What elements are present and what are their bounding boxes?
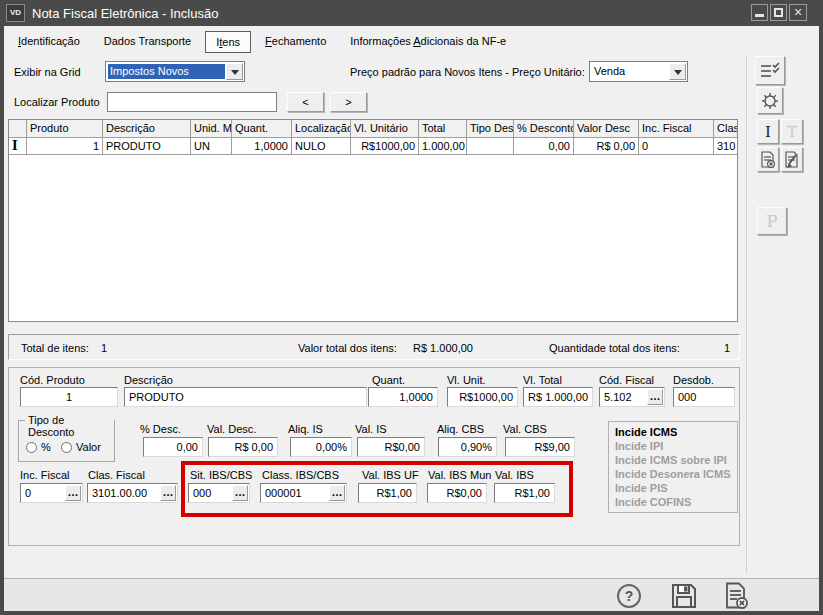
header-descricao[interactable]: Descrição (103, 120, 191, 138)
maximize-button[interactable] (770, 4, 787, 21)
window-title: Nota Fiscal Eletrônica - Inclusão (32, 6, 218, 21)
vl-total-label: Vl. Total (523, 374, 562, 386)
cell-produto[interactable]: 1 (27, 138, 103, 155)
document-delete-icon (760, 151, 776, 169)
clas-fiscal-lookup-button[interactable]: … (160, 485, 176, 501)
perc-desc-field[interactable]: 0,00 (143, 437, 203, 457)
sit-ibs-cbs-field[interactable]: 000 … (188, 483, 250, 503)
cell-total[interactable]: 1.000,00 (419, 138, 467, 155)
cell-tipo-des[interactable] (467, 138, 514, 155)
exibir-grid-select[interactable]: Impostos Novos (105, 61, 245, 82)
text-button: T (781, 119, 803, 144)
settings-button[interactable] (757, 87, 783, 114)
header-unid-me[interactable]: Unid. Me (191, 120, 232, 138)
cod-fiscal-field[interactable]: 5.102 … (599, 387, 665, 407)
aliq-cbs-field[interactable]: 0,90% (438, 437, 497, 457)
tab-dados-transporte[interactable]: Dados Transporte (94, 31, 201, 53)
clas-fiscal-field[interactable]: 3101.00.00 … (87, 483, 178, 503)
header-localizacao[interactable]: Localização (292, 120, 351, 138)
header-produto[interactable]: Produto (27, 120, 103, 138)
chevron-down-icon[interactable] (669, 63, 686, 80)
close-button[interactable]: × (789, 4, 807, 21)
inc-fiscal-lookup-button[interactable]: … (65, 485, 81, 501)
close-icon: × (794, 4, 802, 20)
header-inc-fiscal[interactable]: Inc. Fiscal (639, 120, 714, 138)
val-ibs-uf-label: Val. IBS UF (362, 469, 419, 481)
desconto-valor-radio[interactable] (61, 442, 72, 453)
cell-localizacao[interactable]: NULO (292, 138, 351, 155)
header-vl-unitario[interactable]: Vl. Unitário (351, 120, 419, 138)
val-ibs-mun-label: Val. IBS Mun (428, 469, 491, 481)
class-ibs-cbs-field[interactable]: 000001 … (260, 483, 347, 503)
localizar-produto-input[interactable] (107, 92, 277, 112)
cod-produto-field[interactable]: 1 (20, 387, 118, 407)
tipo-desconto-group: Tipo de Desconto % Valor (18, 420, 115, 462)
val-is-field[interactable]: R$0,00 (357, 437, 425, 457)
previous-button[interactable]: < (287, 92, 324, 112)
quantidade-total-label: Quantidade total dos itens: (549, 342, 680, 354)
class-ibs-cbs-label: Class. IBS/CBS (262, 469, 339, 481)
val-ibs-uf-field[interactable]: R$1,00 (358, 483, 417, 503)
preco-padrao-value: Venda (592, 64, 668, 79)
chevron-down-icon[interactable] (226, 63, 243, 80)
preco-padrao-label: Preço padrão para Novos Itens - Preço Un… (350, 66, 585, 78)
incide-panel: Incide ICMS Incide IPI Incide ICMS sobre… (608, 421, 738, 513)
header-valor-desc[interactable]: Valor Desc (574, 120, 639, 138)
header-tipo-des[interactable]: Tipo Des (467, 120, 514, 138)
descricao-field[interactable]: PRODUTO (124, 387, 367, 407)
quant-field[interactable]: 1,0000 (368, 387, 438, 407)
italic-button[interactable]: I (757, 119, 779, 144)
val-ibs-mun-field[interactable]: R$0,00 (427, 483, 487, 503)
aliq-cbs-label: Aliq. CBS (437, 423, 484, 435)
cell-descricao[interactable]: PRODUTO (103, 138, 191, 155)
incide-cofins: Incide COFINS (615, 495, 731, 509)
next-button[interactable]: > (330, 92, 367, 112)
sit-ibs-cbs-lookup-button[interactable]: … (232, 485, 248, 501)
preco-padrao-select[interactable]: Venda (589, 61, 688, 82)
header-perc-desconto[interactable]: % Desconto (514, 120, 574, 138)
help-button[interactable]: ? (617, 584, 641, 608)
header-row-marker (9, 120, 27, 138)
items-grid[interactable]: Produto Descrição Unid. Me Quant. Locali… (8, 119, 738, 322)
desconto-percent-radio[interactable] (26, 442, 37, 453)
delete-item-button[interactable] (757, 147, 779, 172)
desdob-label: Desdob. (673, 374, 714, 386)
app-logo-icon: VD (6, 4, 25, 22)
tab-identificacao[interactable]: Identificação (8, 31, 90, 53)
tab-itens[interactable]: Itens (205, 31, 251, 53)
save-button[interactable] (671, 583, 697, 609)
edit-item-button[interactable] (781, 147, 803, 172)
document-edit-icon (784, 151, 800, 169)
inc-fiscal-field[interactable]: 0 … (20, 483, 83, 503)
val-cbs-label: Val. CBS (503, 423, 547, 435)
minimize-button[interactable] (751, 4, 768, 21)
cell-inc-fiscal[interactable]: 0 (639, 138, 714, 155)
vl-total-field[interactable]: R$ 1.000,00 (523, 387, 593, 407)
cell-vl-unitario[interactable]: R$1000,00 (351, 138, 419, 155)
quantidade-total-value: 1 (724, 342, 730, 354)
cell-unid-me[interactable]: UN (191, 138, 232, 155)
cell-perc-desconto[interactable]: 0,00 (514, 138, 574, 155)
clas-fiscal-label: Clas. Fiscal (88, 469, 145, 481)
cod-fiscal-lookup-button[interactable]: … (647, 389, 663, 405)
header-quant[interactable]: Quant. (232, 120, 292, 138)
table-row[interactable]: I 1 PRODUTO UN 1,0000 NULO R$1000,00 1.0… (9, 138, 737, 155)
tab-informacoes-adicionais[interactable]: Informações Adicionais da NF-e (340, 31, 516, 53)
cell-clas[interactable]: 310 (714, 138, 737, 155)
val-ibs-field[interactable]: R$1,00 (494, 483, 555, 503)
cell-valor-desc[interactable]: R$ 0,00 (574, 138, 639, 155)
multi-select-button[interactable] (755, 56, 785, 85)
val-cbs-field[interactable]: R$9,00 (505, 437, 575, 457)
desdob-field[interactable]: 000 (673, 387, 735, 407)
vl-unit-field[interactable]: R$1000,00 (447, 387, 518, 407)
incide-ipi: Incide IPI (615, 439, 731, 453)
class-ibs-cbs-lookup-button[interactable]: … (329, 485, 345, 501)
exibir-grid-label: Exibir na Grid (14, 66, 81, 78)
cell-quant[interactable]: 1,0000 (232, 138, 292, 155)
header-clas[interactable]: Clas (714, 120, 737, 138)
aliq-is-field[interactable]: 0,00% (290, 437, 352, 457)
val-desc-field[interactable]: R$ 0,00 (208, 437, 278, 457)
tab-fechamento[interactable]: Fechamento (255, 31, 336, 53)
cancel-button[interactable] (723, 582, 750, 610)
header-total[interactable]: Total (419, 120, 467, 138)
